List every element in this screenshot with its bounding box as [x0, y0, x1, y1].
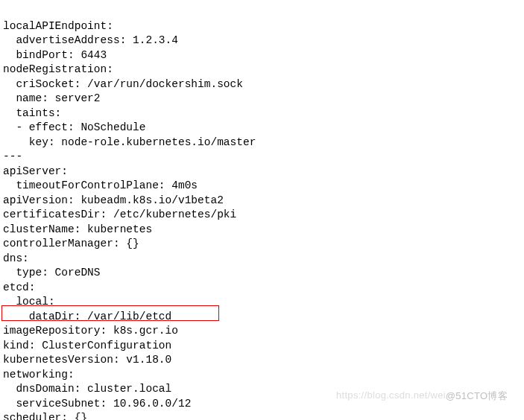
code-line: taints: — [3, 107, 61, 119]
code-line: kubernetesVersion: v1.18.0 — [3, 354, 171, 366]
code-line: certificatesDir: /etc/kubernetes/pki — [3, 209, 236, 220]
code-line: name: server2 — [3, 92, 101, 104]
code-line: etcd: — [3, 281, 36, 293]
code-line: nodeRegistration: — [3, 63, 113, 75]
code-line: apiVersion: kubeadm.k8s.io/v1beta2 — [3, 194, 224, 206]
code-line: local: — [3, 296, 55, 308]
code-line: advertiseAddress: 1.2.3.4 — [3, 34, 178, 46]
code-line: kind: ClusterConfiguration — [3, 340, 171, 351]
cto-watermark: @51CTO博客 — [446, 389, 508, 404]
code-line: localAPIEndpoint: — [3, 20, 113, 32]
code-line: type: CoreDNS — [3, 267, 101, 279]
code-line: serviceSubnet: 10.96.0.0/12 — [3, 398, 191, 410]
code-line: clusterName: kubernetes — [3, 223, 152, 235]
code-line: scheduler: {} — [3, 412, 87, 420]
code-line: dns: — [3, 252, 29, 264]
code-line: networking: — [3, 369, 75, 381]
yaml-config-block: localAPIEndpoint: advertiseAddress: 1.2.… — [3, 4, 521, 420]
code-line: timeoutForControlPlane: 4m0s — [3, 179, 198, 191]
code-line: dnsDomain: cluster.local — [3, 383, 171, 395]
code-line: --- — [3, 150, 22, 162]
code-line: apiServer: — [3, 165, 68, 177]
code-line: dataDir: /var/lib/etcd — [3, 311, 171, 322]
blog-watermark: https://blog.csdn.net/wei — [336, 388, 446, 403]
code-line: criSocket: /var/run/dockershim.sock — [3, 78, 243, 90]
code-line: controllerManager: {} — [3, 238, 139, 249]
code-line: key: node-role.kubernetes.io/master — [3, 136, 256, 148]
code-line: - effect: NoSchedule — [3, 121, 145, 133]
code-line: imageRepository: k8s.gcr.io — [3, 325, 178, 337]
code-line: bindPort: 6443 — [3, 49, 107, 61]
